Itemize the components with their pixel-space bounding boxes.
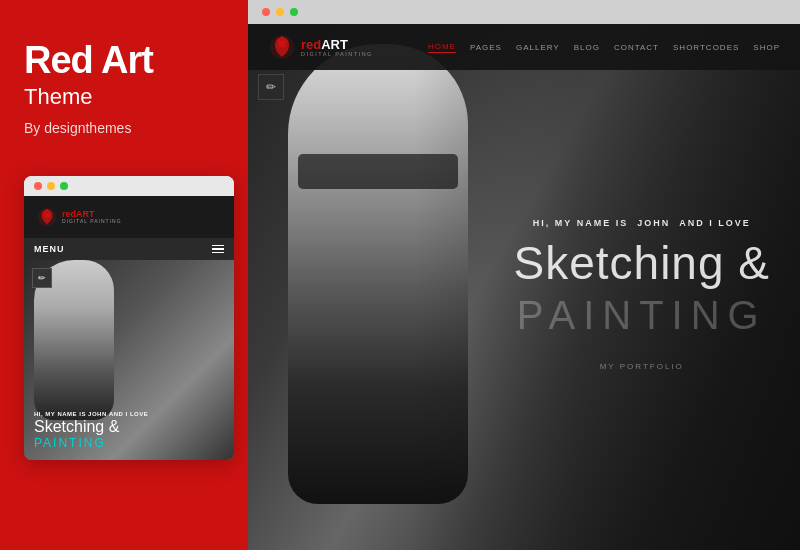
dot-red <box>34 182 42 190</box>
menu-item-pages[interactable]: PAGES <box>470 43 502 52</box>
desktop-dot-red <box>262 8 270 16</box>
mobile-logo-icon <box>36 206 58 228</box>
hero-sketching-text: Sketching & <box>514 238 770 289</box>
mobile-painting-text: PAINTING <box>34 436 148 450</box>
dot-yellow <box>47 182 55 190</box>
desktop-pencil-button[interactable]: ✏ <box>258 74 284 100</box>
theme-subtitle: Theme <box>24 84 92 110</box>
hamburger-icon[interactable] <box>212 245 224 254</box>
hamburger-line-1 <box>212 245 224 247</box>
desktop-logo-red: red <box>301 37 321 52</box>
mobile-hi-prefix: HI, MY NAME IS <box>34 411 86 417</box>
desktop-logo-text: redART <box>301 38 373 51</box>
desktop-logo-art: ART <box>321 37 348 52</box>
desktop-logo-sub-text: Digital Painting <box>301 51 373 57</box>
desktop-logo-icon-svg <box>268 33 296 61</box>
mobile-text-overlay: HI, MY NAME IS JOHN AND I LOVE Sketching… <box>34 411 148 450</box>
hamburger-line-3 <box>212 252 224 254</box>
mobile-browser-bar <box>24 176 234 196</box>
desktop-dot-yellow <box>276 8 284 16</box>
menu-item-shop[interactable]: SHOP <box>753 43 780 52</box>
pencil-icon: ✏ <box>38 273 46 283</box>
hero-hi-text: HI, MY NAME IS JOHN AND I LOVE <box>514 218 770 228</box>
mobile-hi-text: HI, MY NAME IS JOHN AND I LOVE <box>34 411 148 417</box>
desktop-menu: HOME PAGES GALLERY BLOG CONTACT SHORTCOD… <box>428 42 780 53</box>
mobile-hi-suffix: AND I LOVE <box>109 411 148 417</box>
hero-hi-suffix: AND I LOVE <box>679 218 751 228</box>
hero-text: HI, MY NAME IS JOHN AND I LOVE Sketching… <box>514 218 770 371</box>
theme-title: Red Art <box>24 40 153 82</box>
hero-hi-prefix: HI, MY NAME IS <box>533 218 628 228</box>
menu-item-blog[interactable]: BLOG <box>574 43 600 52</box>
desktop-logo: redART Digital Painting <box>268 33 373 61</box>
desktop-logo-text-wrap: redART Digital Painting <box>301 38 373 57</box>
hamburger-line-2 <box>212 248 224 250</box>
desktop-preview: redART Digital Painting HOME PAGES GALLE… <box>248 24 800 550</box>
left-panel: Red Art Theme By designthemes re <box>0 0 248 550</box>
hero-painting-text: PAINTING <box>514 293 770 338</box>
menu-item-gallery[interactable]: GALLERY <box>516 43 560 52</box>
menu-item-shortcodes[interactable]: SHORTCODES <box>673 43 739 52</box>
mobile-hi-name: JOHN <box>88 411 107 417</box>
mobile-pencil-button[interactable]: ✏ <box>32 268 52 288</box>
hero-hi-name: JOHN <box>637 218 670 228</box>
desktop-nav: redART Digital Painting HOME PAGES GALLE… <box>248 24 800 70</box>
hero-portfolio-text[interactable]: MY PORTFOLIO <box>514 362 770 371</box>
mobile-sketching-text: Sketching & <box>34 417 148 436</box>
right-panel: redART Digital Painting HOME PAGES GALLE… <box>248 0 800 550</box>
mobile-logo-sub: Digital Painting <box>62 219 122 224</box>
menu-item-home[interactable]: HOME <box>428 42 456 53</box>
mobile-header: redART Digital Painting <box>24 196 234 238</box>
dot-green <box>60 182 68 190</box>
mobile-image-area: ✏ HI, MY NAME IS JOHN AND I LOVE Sketchi… <box>24 260 234 460</box>
desktop-browser-bar <box>248 0 800 24</box>
mobile-preview: redART Digital Painting MENU ✏ <box>24 176 234 460</box>
mobile-nav: MENU <box>24 238 234 260</box>
menu-item-contact[interactable]: CONTACT <box>614 43 659 52</box>
svg-point-3 <box>279 41 286 48</box>
mobile-logo: redART Digital Painting <box>36 206 122 228</box>
mobile-menu-label: MENU <box>34 244 65 254</box>
desktop-dot-green <box>290 8 298 16</box>
pencil-icon-desktop: ✏ <box>266 80 276 94</box>
theme-author: By designthemes <box>24 120 131 136</box>
